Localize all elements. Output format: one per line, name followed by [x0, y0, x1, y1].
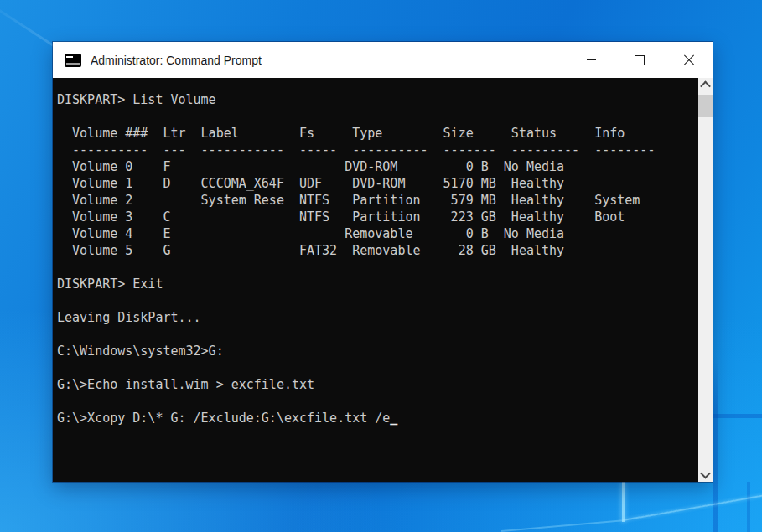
terminal-output: DISKPART> List Volume Volume ### Ltr Lab… — [53, 78, 698, 426]
command-prompt-icon — [65, 54, 81, 67]
command-prompt-window: Administrator: Command Prompt DISKPART> … — [53, 42, 713, 482]
scrollbar-thumb[interactable] — [698, 95, 713, 117]
wallpaper-glow-diagonal-left — [501, 519, 624, 532]
scroll-up-button[interactable] — [698, 78, 713, 92]
terminal-current-command: G:\>Xcopy D:\* G: /Exclude:G:\excfile.tx… — [57, 411, 390, 426]
maximize-icon — [635, 55, 645, 65]
close-icon — [683, 54, 694, 65]
close-button[interactable] — [664, 42, 713, 78]
window-titlebar[interactable]: Administrator: Command Prompt — [53, 42, 713, 78]
terminal-scrollbar[interactable] — [698, 78, 713, 482]
minimize-button[interactable] — [567, 42, 615, 78]
wallpaper-glow-diagonal-right — [623, 494, 762, 520]
chevron-down-icon — [700, 468, 711, 479]
terminal-output-lines: DISKPART> List Volume Volume ### Ltr Lab… — [57, 92, 655, 392]
wallpaper-pane-vertical-line — [713, 356, 718, 532]
chevron-up-icon — [700, 81, 711, 92]
scroll-down-button[interactable] — [698, 467, 713, 482]
text-cursor: _ — [390, 411, 397, 426]
wallpaper-pane-horizontal-line — [713, 414, 762, 418]
minimize-icon — [587, 59, 596, 60]
maximize-button[interactable] — [615, 42, 664, 78]
wallpaper-glow-vertical-line — [622, 482, 625, 522]
window-title: Administrator: Command Prompt — [91, 54, 262, 67]
window-controls — [567, 42, 713, 78]
terminal-screen[interactable]: DISKPART> List Volume Volume ### Ltr Lab… — [53, 78, 698, 482]
wallpaper-pane-edge-line — [747, 482, 750, 532]
